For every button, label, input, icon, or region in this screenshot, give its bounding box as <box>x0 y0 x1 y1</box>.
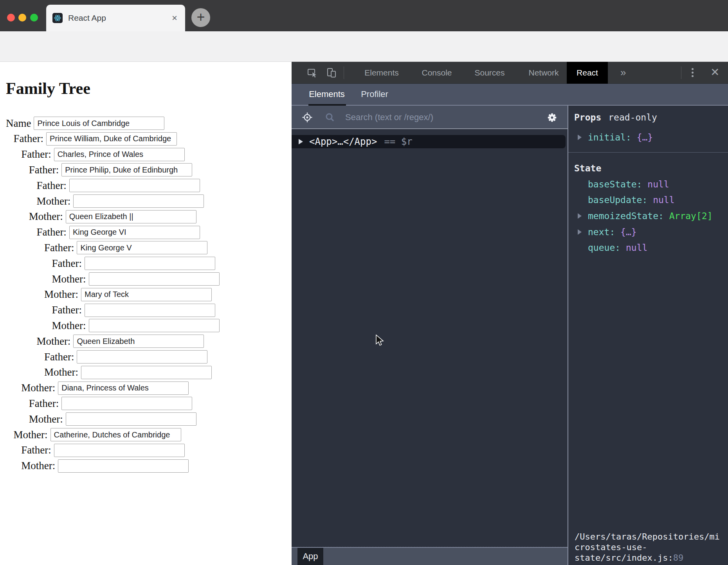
expand-arrow-icon[interactable] <box>578 213 582 219</box>
devtools-tab-elements[interactable]: Elements <box>364 62 399 84</box>
ancestor-name-input[interactable] <box>73 194 204 208</box>
kv-key: next: <box>588 227 620 237</box>
family-form-row: Mother: <box>36 334 204 349</box>
field-label: Mother: <box>29 413 63 425</box>
close-window-button[interactable] <box>7 14 15 22</box>
minimize-window-button[interactable] <box>18 14 26 22</box>
props-title: Props <box>574 112 601 122</box>
kv-key: initial: <box>588 132 637 142</box>
page-title: Family Tree <box>6 79 90 98</box>
kv-value: {…} <box>620 227 637 237</box>
ancestor-name-input[interactable] <box>34 117 164 130</box>
expand-arrow-icon[interactable] <box>299 139 303 144</box>
ancestor-name-input[interactable] <box>73 335 204 348</box>
component-tree: <App>…</App> == $r <box>292 129 568 546</box>
kv-row-baseState: baseState: null <box>568 179 728 189</box>
inspect-element-icon[interactable] <box>307 67 318 78</box>
field-label: Father: <box>29 164 59 176</box>
ancestor-name-input[interactable] <box>54 444 185 457</box>
ancestor-name-input[interactable] <box>66 210 196 223</box>
breadcrumb-app-chip[interactable]: App <box>297 548 323 565</box>
props-header: Propsread-only <box>574 112 657 123</box>
new-tab-button[interactable]: + <box>191 8 210 27</box>
breadcrumb-bar: App <box>292 547 568 565</box>
family-form-row: Father: <box>52 303 215 318</box>
field-label: Father: <box>44 242 74 254</box>
kv-row-baseUpdate: baseUpdate: null <box>568 195 728 205</box>
ancestor-name-input[interactable] <box>89 272 220 286</box>
family-form-row: Mother: <box>52 272 220 286</box>
gear-icon[interactable] <box>547 112 557 122</box>
field-label: Father: <box>44 351 74 363</box>
devtools-tab-sources[interactable]: Sources <box>474 62 505 84</box>
field-label: Father: <box>21 148 51 160</box>
react-panel-tabbar: Elements Profiler <box>292 84 728 106</box>
ancestor-name-input[interactable] <box>77 241 207 254</box>
expand-arrow-icon[interactable] <box>578 135 582 140</box>
source-line-number: 89 <box>673 553 684 563</box>
ancestor-name-input[interactable] <box>58 381 189 395</box>
kv-key: memoizedState: <box>588 211 669 221</box>
tab-close-icon[interactable]: × <box>170 13 179 23</box>
zoom-window-button[interactable] <box>30 14 38 22</box>
devtools-tab-console[interactable]: Console <box>422 62 452 84</box>
ancestor-name-input[interactable] <box>89 319 220 332</box>
source-path-line3: state/src/index.js: <box>575 553 673 563</box>
family-form-row: Father: <box>21 443 184 458</box>
expand-arrow-icon[interactable] <box>578 229 582 235</box>
devtools-menu-icon[interactable] <box>692 68 694 77</box>
devtools-close-icon[interactable]: ✕ <box>710 62 719 84</box>
search-icon <box>325 112 335 122</box>
console-reference: == $r <box>384 136 412 147</box>
select-element-crosshair-icon[interactable] <box>302 112 312 122</box>
strip-divider <box>344 67 344 79</box>
ancestor-name-input[interactable] <box>58 459 189 473</box>
kv-row-queue: queue: null <box>568 243 728 253</box>
field-label: Mother: <box>21 382 55 394</box>
ancestor-name-input[interactable] <box>69 226 200 239</box>
source-path[interactable]: /Users/taras/Repositories/mi crostates-u… <box>575 531 725 563</box>
ancestor-name-input[interactable] <box>61 163 192 176</box>
react-app-page: Family Tree NameFather:Father:Father:Fat… <box>0 62 292 565</box>
device-toolbar-icon[interactable] <box>326 67 337 78</box>
source-path-line1: /Users/taras/Repositories/mi <box>575 532 720 542</box>
family-form-row: Mother: <box>14 427 181 442</box>
tab-profiler[interactable]: Profiler <box>361 84 388 105</box>
react-favicon-icon <box>52 13 63 23</box>
kv-value: {…} <box>637 132 653 142</box>
state-header: State <box>574 163 601 174</box>
ancestor-name-input[interactable] <box>69 179 200 192</box>
browser-window: React App × + ← → i localhost:3000 ☆ <box>0 0 728 565</box>
family-form-row: Father: <box>52 256 215 271</box>
tab-elements[interactable]: Elements <box>309 84 345 105</box>
family-form-row: Mother: <box>44 365 212 380</box>
ancestor-name-input[interactable] <box>46 132 177 146</box>
kv-key: baseUpdate: <box>588 195 653 205</box>
devtools-tab-network[interactable]: Network <box>528 62 559 84</box>
field-label: Father: <box>14 133 43 145</box>
ancestor-name-input[interactable] <box>81 366 212 379</box>
ancestor-name-input[interactable] <box>50 428 181 441</box>
ancestor-name-input[interactable] <box>81 288 212 301</box>
tree-row-app[interactable]: <App>…</App> == $r <box>292 135 566 148</box>
readonly-badge: read-only <box>608 112 657 122</box>
devtools-tab-react[interactable]: React <box>567 62 608 84</box>
kv-row-memoizedState: memoizedState: Array[2] <box>568 211 728 221</box>
field-label: Father: <box>36 180 66 192</box>
family-form-row: Father: <box>44 240 207 255</box>
search-input[interactable] <box>344 109 522 126</box>
field-label: Father: <box>52 257 82 270</box>
ancestor-name-input[interactable] <box>85 304 215 317</box>
browser-tab[interactable]: React App × <box>46 5 185 31</box>
more-tabs-icon[interactable]: » <box>620 62 626 84</box>
kv-value: null <box>653 195 674 205</box>
ancestor-name-input[interactable] <box>66 412 196 426</box>
ancestor-name-input[interactable] <box>85 257 215 270</box>
mouse-cursor <box>376 335 386 348</box>
strip-divider-right <box>681 67 681 79</box>
ancestor-name-input[interactable] <box>61 397 192 410</box>
field-label: Mother: <box>36 195 70 207</box>
ancestor-name-input[interactable] <box>77 350 207 363</box>
family-form-row: Father: <box>29 162 192 177</box>
ancestor-name-input[interactable] <box>54 148 185 161</box>
